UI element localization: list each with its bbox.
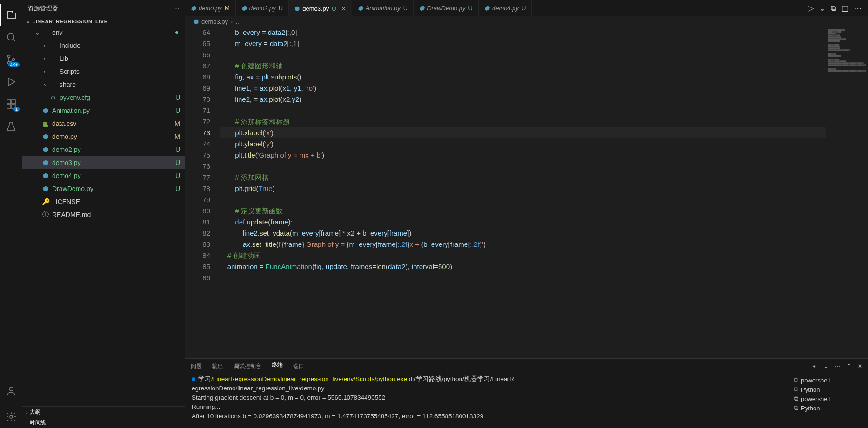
python-icon: ⬢ <box>194 18 199 25</box>
terminal-item-powershell[interactable]: ⧉powershell <box>789 394 868 403</box>
tree-item-label: pyvenv.cfg <box>60 94 172 101</box>
line-number: 77 <box>185 172 210 183</box>
more-icon[interactable]: ⋯ <box>854 4 861 13</box>
code-line[interactable]: # 创建动画 <box>220 250 826 261</box>
code-content[interactable]: b_every = data2[:,0] m_every = data2[:,1… <box>220 27 826 358</box>
code-line[interactable]: line1, = ax.plot(x1, y1, 'ro') <box>220 83 826 94</box>
file-icon: ⚙ <box>48 94 58 101</box>
tree-item-demo4-py[interactable]: ⬢demo4.pyU <box>22 169 185 182</box>
panel-tab-终端[interactable]: 终端 <box>272 361 283 371</box>
run-debug-icon[interactable] <box>0 71 22 93</box>
sidebar-more-icon[interactable]: ⋯ <box>173 5 179 12</box>
code-line[interactable]: animation = FuncAnimation(fig, update, f… <box>220 261 826 272</box>
tab-label: Animation.py <box>366 5 401 12</box>
code-line[interactable]: ax.set_title(f'{frame} Graph of y = {m_e… <box>220 239 826 250</box>
code-line[interactable] <box>220 105 826 116</box>
code-line[interactable]: m_every = data2[:,1] <box>220 38 826 49</box>
explorer-icon[interactable] <box>0 4 22 26</box>
code-line[interactable]: # 定义更新函数 <box>220 205 826 217</box>
tree-item-drawdemo-py[interactable]: ⬢DrawDemo.pyU <box>22 182 185 195</box>
code-line[interactable]: def update(frame): <box>220 217 826 228</box>
close-panel-icon[interactable]: ✕ <box>858 363 862 369</box>
code-line[interactable]: # 添加网格 <box>220 172 826 183</box>
tab-label: demo.py <box>199 5 222 12</box>
minimap[interactable]: █████████████████████ ███ ██████████████… <box>826 27 868 358</box>
more-icon[interactable]: ⋯ <box>835 363 840 369</box>
tab-demo4-py[interactable]: ⬢demo4.pyU <box>479 0 532 16</box>
tree-item-lib[interactable]: ›Lib <box>22 52 185 65</box>
python-icon: ⬢ <box>358 5 363 12</box>
panel-tab-调试控制台[interactable]: 调试控制台 <box>234 362 261 370</box>
tree-item-env[interactable]: ⌄env <box>22 26 185 39</box>
chevron-right-icon: › <box>41 55 48 62</box>
breadcrumb-sep: › <box>231 18 233 25</box>
editor-main: ⬢demo.pyM⬢demo2.pyU⬢demo3.pyU✕⬢Animation… <box>185 0 868 428</box>
close-icon[interactable]: ✕ <box>341 5 346 12</box>
settings-icon[interactable] <box>0 406 22 428</box>
code-line[interactable] <box>220 49 826 60</box>
line-number: 65 <box>185 38 210 49</box>
code-line[interactable]: # 添加标签和标题 <box>220 116 826 127</box>
tree-item-pyvenv-cfg[interactable]: ⚙pyvenv.cfgU <box>22 91 185 104</box>
terminal-item-python[interactable]: ⧉Python <box>789 385 868 394</box>
outline-section[interactable]: › 大纲 <box>22 406 185 417</box>
tab-demo3-py[interactable]: ⬢demo3.pyU✕ <box>289 0 352 16</box>
code-line[interactable]: plt.ylabel('y') <box>220 138 826 150</box>
code-line[interactable]: b_every = data2[:,0] <box>220 27 826 38</box>
panel-tab-问题[interactable]: 问题 <box>191 362 202 370</box>
terminal-item-powershell[interactable]: ⧉powershell <box>789 375 868 385</box>
split-editor-icon[interactable]: ◫ <box>841 4 848 13</box>
tree-item-scripts[interactable]: ›Scripts <box>22 65 185 78</box>
run-dropdown-icon[interactable]: ⌄ <box>819 4 825 13</box>
tree-item-include[interactable]: ›Include <box>22 39 185 52</box>
extensions-icon[interactable]: 1 <box>0 93 22 115</box>
line-number: 79 <box>185 194 210 205</box>
run-icon[interactable]: ▷ <box>808 4 814 13</box>
terminal-label: Python <box>801 405 820 412</box>
tab-demo-py[interactable]: ⬢demo.pyM <box>185 0 236 16</box>
line-number: 82 <box>185 228 210 239</box>
tree-item-data-csv[interactable]: ▦data.csvM <box>22 117 185 130</box>
code-line[interactable]: plt.xlabel('x') <box>220 127 826 138</box>
tree-item-demo2-py[interactable]: ⬢demo2.pyU <box>22 143 185 156</box>
search-icon[interactable] <box>0 26 22 48</box>
new-terminal-icon[interactable]: ＋ <box>811 362 817 370</box>
timeline-label: 时间线 <box>30 419 46 426</box>
line-number: 69 <box>185 83 210 94</box>
terminal-output[interactable]: 学习/LinearRegressionDemo/linear_regressio… <box>185 374 789 428</box>
file-icon: ⬢ <box>41 146 50 153</box>
code-line[interactable]: # 创建图形和轴 <box>220 60 826 72</box>
tree-item-demo-py[interactable]: ⬢demo.pyM <box>22 130 185 143</box>
line-number: 72 <box>185 116 210 127</box>
breadcrumb[interactable]: ⬢ demo3.py › ... <box>185 16 868 27</box>
code-line[interactable]: fig, ax = plt.subplots() <box>220 72 826 83</box>
panel-tab-端口[interactable]: 端口 <box>293 362 304 370</box>
terminal-item-python[interactable]: ⧉Python <box>789 403 868 413</box>
tree-item-license[interactable]: 🔑LICENSE <box>22 195 185 208</box>
code-line[interactable] <box>220 194 826 205</box>
tree-item-readme-md[interactable]: ⓘREADME.md <box>22 208 185 221</box>
editor-area[interactable]: 6465666768697071727374757677787980818283… <box>185 27 868 358</box>
timeline-section[interactable]: › 时间线 <box>22 417 185 428</box>
tab-drawdemo-py[interactable]: ⬢DrawDemo.pyU <box>414 0 479 16</box>
tab-demo2-py[interactable]: ⬢demo2.pyU <box>236 0 289 16</box>
code-line[interactable]: plt.title('Graph of y = mx + b') <box>220 150 826 161</box>
project-name: LINEAR_REGRESSION_LIVE <box>33 19 108 24</box>
code-line[interactable]: line2, = ax.plot(x2,y2) <box>220 94 826 105</box>
tab-animation-py[interactable]: ⬢Animation.pyU <box>352 0 414 16</box>
code-line[interactable]: plt.grid(True) <box>220 183 826 194</box>
dropdown-icon[interactable]: ⌄ <box>823 363 828 369</box>
accounts-icon[interactable] <box>0 380 22 402</box>
testing-icon[interactable] <box>0 115 22 138</box>
maximize-icon[interactable]: ⌃ <box>847 363 851 369</box>
panel-tab-输出[interactable]: 输出 <box>212 362 223 370</box>
git-status: U <box>468 5 473 12</box>
tree-item-share[interactable]: ›share <box>22 78 185 91</box>
code-line[interactable]: line2.set_ydata(m_every[frame] * x2 + b_… <box>220 228 826 239</box>
source-control-icon[interactable]: 4K+ <box>0 48 22 71</box>
tree-item-animation-py[interactable]: ⬢Animation.pyU <box>22 104 185 117</box>
tree-item-demo3-py[interactable]: ⬢demo3.pyU <box>22 156 185 169</box>
project-header[interactable]: ⌄ LINEAR_REGRESSION_LIVE <box>22 16 185 26</box>
compare-icon[interactable]: ⧉ <box>831 4 836 13</box>
code-line[interactable] <box>220 161 826 172</box>
